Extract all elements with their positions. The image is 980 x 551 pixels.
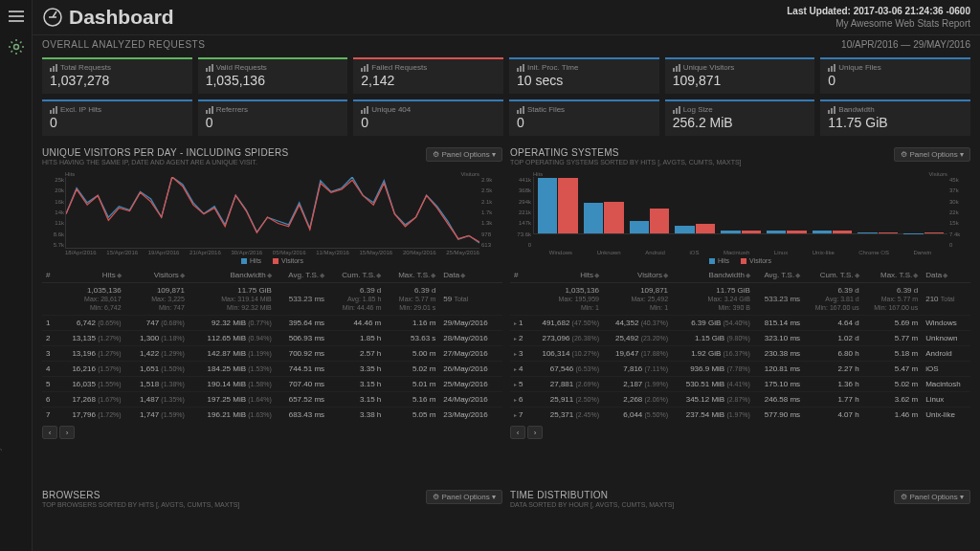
svg-rect-26 — [361, 110, 363, 114]
expand-icon[interactable]: ▸ — [514, 397, 517, 403]
svg-rect-24 — [209, 108, 211, 114]
table-row: 516,035 (1.55%)1,518 (1.38%)190.14 MiB (… — [42, 377, 502, 392]
gear-icon[interactable] — [8, 38, 25, 55]
svg-rect-7 — [212, 64, 213, 72]
bar-visitors — [787, 231, 806, 233]
column-header[interactable]: Visitors◆ — [125, 268, 189, 283]
stat-value: 10 secs — [517, 73, 652, 88]
svg-rect-10 — [367, 64, 368, 72]
column-header[interactable]: Max. T.S.◆ — [863, 268, 923, 283]
next-button[interactable]: › — [527, 426, 543, 439]
panel-subtitle: HITS HAVING THE SAME IP, DATE AND AGENT … — [42, 159, 288, 165]
panel-options-button[interactable]: ⚙ Panel Options ▾ — [894, 147, 970, 162]
panel-options-button[interactable]: ⚙ Panel Options ▾ — [426, 147, 502, 162]
menu-icon[interactable] — [8, 8, 25, 25]
stat-label: Unique 404 — [361, 105, 496, 114]
svg-rect-30 — [520, 108, 522, 114]
section-title: OVERALL ANALYZED REQUESTS — [42, 39, 205, 50]
column-header[interactable]: Cum. T.S.◆ — [328, 268, 385, 283]
page-title: Dashboard — [69, 6, 174, 29]
stat-value: 0 — [50, 115, 185, 130]
table-row: ▸625,911 (2.50%)2,268 (2.06%)345.12 MiB … — [510, 392, 970, 408]
svg-rect-9 — [364, 66, 366, 72]
svg-rect-16 — [679, 64, 680, 72]
svg-rect-3 — [53, 66, 55, 72]
stat-value: 11.75 GiB — [828, 115, 963, 130]
stat-card: Failed Requests2,142 — [353, 57, 503, 94]
svg-rect-14 — [673, 68, 675, 72]
column-header[interactable]: Data◆ — [922, 268, 970, 283]
expand-icon[interactable]: ▸ — [514, 351, 517, 357]
last-updated: Last Updated: 2017-03-06 21:24:36 -0600 — [787, 6, 970, 16]
chart-icon — [517, 64, 524, 72]
bar-visitors — [696, 224, 715, 233]
prev-button[interactable]: ‹ — [510, 426, 525, 439]
bar-hits — [721, 231, 740, 233]
table-row: ▸527,881 (2.69%)2,187 (1.99%)530.51 MiB … — [510, 377, 970, 392]
column-header[interactable]: Bandwidth◆ — [189, 268, 276, 283]
panel-visitors: UNIQUE VISITORS PER DAY - INCLUDING SPID… — [42, 145, 502, 474]
stat-value: 0 — [828, 73, 963, 88]
bar-visitors — [924, 232, 944, 233]
stat-card: Static Files0 — [509, 99, 659, 136]
bar-visitors — [879, 232, 898, 233]
stat-label: Total Requests — [50, 63, 185, 72]
panel-browsers: BROWSERSTOP BROWSERS SORTED BY HITS [, A… — [42, 488, 502, 545]
table-row: ▸3106,314 (10.27%)19,647 (17.88%)1.92 Gi… — [510, 346, 970, 362]
column-header[interactable]: Hits◆ — [56, 268, 125, 283]
stat-label: Bandwidth — [828, 105, 963, 114]
stat-card: Unique Visitors109,871 — [665, 57, 815, 94]
column-header[interactable]: Data◆ — [439, 268, 502, 283]
svg-rect-18 — [831, 66, 833, 72]
svg-rect-13 — [523, 64, 524, 72]
stat-card: Unique Files0 — [820, 57, 970, 94]
column-header[interactable]: Max. T.S.◆ — [385, 268, 439, 283]
table-row: 213,135 (1.27%)1,300 (1.18%)112.65 MiB (… — [42, 331, 502, 346]
stat-card: Unique 4040 — [353, 99, 503, 136]
stat-value: 256.2 MiB — [673, 115, 808, 130]
svg-rect-29 — [517, 110, 519, 114]
column-header[interactable]: Cum. T.S.◆ — [804, 268, 863, 283]
panel-options-button[interactable]: ⚙ Panel Options ▾ — [894, 490, 970, 504]
expand-icon[interactable]: ▸ — [514, 336, 517, 342]
svg-rect-11 — [517, 68, 519, 72]
bar-hits — [538, 178, 557, 233]
next-button[interactable]: › — [59, 426, 75, 439]
stat-label: Log Size — [673, 105, 808, 114]
expand-icon[interactable]: ▸ — [514, 320, 517, 326]
column-header[interactable]: Visitors◆ — [603, 268, 672, 283]
svg-rect-36 — [831, 108, 833, 114]
chart-icon — [50, 106, 57, 114]
stat-label: Failed Requests — [361, 63, 496, 72]
sidebar: by GoAccess and GWSocket — [0, 0, 33, 551]
table-row: 416,216 (1.57%)1,651 (1.50%)184.25 MiB (… — [42, 362, 502, 377]
column-header[interactable]: # — [42, 268, 56, 283]
column-header[interactable]: Bandwidth◆ — [672, 268, 754, 283]
topbar: Dashboard Last Updated: 2017-03-06 21:24… — [33, 0, 980, 34]
summary-row: 1,035,136Max: 195,959Min: 1109,871Max: 2… — [510, 283, 970, 316]
svg-rect-33 — [676, 108, 678, 114]
panel-title: UNIQUE VISITORS PER DAY - INCLUDING SPID… — [42, 147, 288, 158]
bar-visitors — [833, 231, 852, 233]
svg-rect-21 — [53, 108, 55, 114]
prev-button[interactable]: ‹ — [42, 426, 57, 439]
stat-label: Unique Visitors — [673, 63, 808, 72]
panel-title: OPERATING SYSTEMS — [510, 147, 742, 158]
bar-visitors — [604, 202, 623, 233]
stat-label: Valid Requests — [206, 63, 341, 72]
expand-icon[interactable]: ▸ — [514, 412, 517, 418]
column-header[interactable]: # — [510, 268, 529, 283]
bar-hits — [858, 232, 877, 233]
stat-label: Excl. IP Hits — [50, 105, 185, 114]
expand-icon[interactable]: ▸ — [514, 366, 517, 372]
stat-value: 0 — [361, 115, 496, 130]
expand-icon[interactable]: ▸ — [514, 382, 517, 387]
visitors-table: #Hits◆Visitors◆Bandwidth◆Avg. T.S.◆Cum. … — [42, 268, 502, 422]
dashboard-icon — [42, 7, 63, 28]
column-header[interactable]: Avg. T.S.◆ — [276, 268, 328, 283]
panel-options-button[interactable]: ⚙ Panel Options ▾ — [426, 490, 502, 504]
column-header[interactable]: Hits◆ — [529, 268, 603, 283]
column-header[interactable]: Avg. T.S.◆ — [754, 268, 804, 283]
main-content: Dashboard Last Updated: 2017-03-06 21:24… — [33, 0, 980, 551]
svg-rect-34 — [679, 106, 680, 114]
